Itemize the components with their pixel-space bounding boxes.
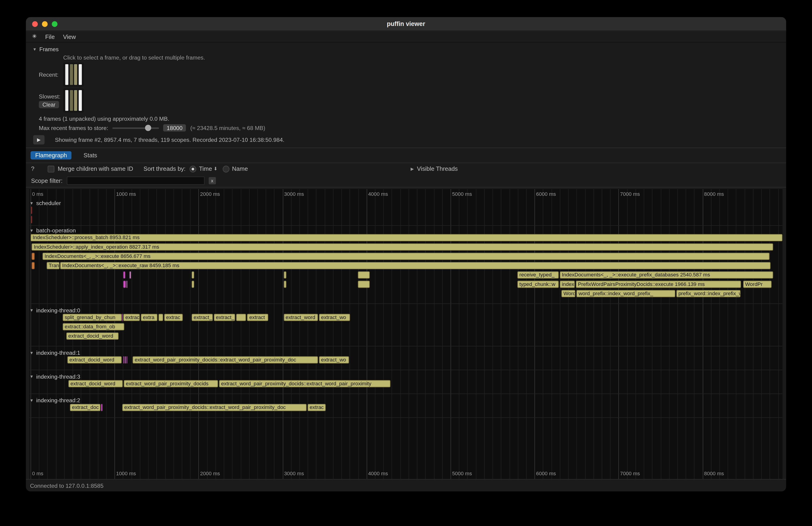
flame-bar[interactable]: extract_docid_word xyxy=(68,356,122,363)
menu-item-file[interactable]: File xyxy=(45,33,55,40)
thread-header[interactable]: ▼indexing-thread:0 xyxy=(29,307,782,314)
flame-bar[interactable]: extra xyxy=(141,314,157,321)
flame-bar[interactable]: extract::data_from_ob xyxy=(62,323,124,330)
flame-bar[interactable]: index xyxy=(560,281,575,288)
play-button[interactable]: ▶ xyxy=(33,135,44,144)
flame-bar[interactable]: Word xyxy=(562,290,576,297)
flame-bar[interactable]: extract_word xyxy=(284,314,318,321)
flame-bar[interactable]: word_prefix::index_word_prefix_ xyxy=(577,290,675,297)
flame-bar[interactable]: extract_word_pair_proximity_docids::extr… xyxy=(219,380,390,387)
flame-bar[interactable] xyxy=(125,356,126,363)
tab-stats[interactable]: Stats xyxy=(79,151,102,160)
flame-bar[interactable]: IndexScheduler>::apply_index_operation 8… xyxy=(32,243,773,250)
flame-bar[interactable] xyxy=(31,216,32,223)
zoom-window-button[interactable] xyxy=(52,21,57,27)
flame-bar[interactable] xyxy=(123,356,125,363)
time-axis-top: 0 ms1000 ms2000 ms3000 ms4000 ms5000 ms6… xyxy=(29,191,782,198)
flame-bar[interactable] xyxy=(130,271,131,279)
flame-bar[interactable] xyxy=(284,271,287,279)
flame-bar[interactable]: extract_ xyxy=(192,314,213,321)
flame-bar[interactable] xyxy=(284,281,287,288)
frame-bar[interactable] xyxy=(66,64,68,85)
thread-header[interactable]: ▼indexing-thread:3 xyxy=(29,373,782,380)
close-window-button[interactable] xyxy=(32,21,38,27)
thread-header[interactable]: ▼indexing-thread:1 xyxy=(29,349,782,356)
slowest-frames-thumbnail[interactable] xyxy=(63,88,84,112)
thread-header[interactable]: ▼scheduler xyxy=(29,199,782,206)
flame-bar[interactable]: extract_word_pair_proximity_docids::extr… xyxy=(133,356,318,363)
flame-bar[interactable]: IndexDocuments<_, _>::execute_prefix_dat… xyxy=(560,271,773,279)
flame-bar[interactable]: IndexScheduler>::process_batch 8953.821 … xyxy=(31,234,783,241)
tab-flamegraph[interactable]: Flamegraph xyxy=(31,151,72,160)
flame-bar[interactable]: extract_wo xyxy=(319,314,350,321)
flame-bar[interactable] xyxy=(192,271,194,279)
frame-bar[interactable] xyxy=(78,64,82,85)
recent-frames-thumbnail[interactable] xyxy=(63,62,84,86)
flame-bar[interactable]: extract_docid_word xyxy=(66,333,119,340)
flame-bar[interactable] xyxy=(236,314,246,321)
minimize-window-button[interactable] xyxy=(42,21,48,27)
flame-bar[interactable]: prefix_word::index_prefix_wo xyxy=(676,290,741,297)
clear-button[interactable]: Clear xyxy=(39,101,59,108)
sort-name-radio[interactable] xyxy=(223,165,229,172)
visible-threads-header[interactable]: ▶ Visible Threads xyxy=(411,166,458,172)
scope-filter-input[interactable] xyxy=(67,177,204,185)
frame-bar[interactable] xyxy=(78,90,82,111)
flame-row: extract::data_from_ob xyxy=(29,323,782,330)
frame-bar[interactable] xyxy=(70,90,73,111)
flame-bar[interactable]: split_grenad_by_chun xyxy=(62,314,122,321)
flame-bar[interactable]: PrefixWordPairsProximityDocids::execute … xyxy=(576,281,741,288)
flame-bar[interactable]: WordPr xyxy=(743,281,771,288)
flame-bar[interactable] xyxy=(101,404,102,411)
flamegraph-canvas[interactable]: 0 ms1000 ms2000 ms3000 ms4000 ms5000 ms6… xyxy=(29,189,782,479)
flame-bar[interactable]: extrac xyxy=(307,404,325,411)
frame-bar[interactable] xyxy=(66,90,68,111)
sort-direction-icon[interactable]: ⬇ xyxy=(214,166,218,171)
flame-bar[interactable]: extract xyxy=(247,314,268,321)
flame-bar[interactable] xyxy=(126,281,127,288)
flame-bar[interactable]: extract_word_pair_proximity_docids::extr… xyxy=(122,404,306,411)
flame-bar[interactable]: extract_word_pair_proximity_docids xyxy=(124,380,218,387)
flame-bar[interactable] xyxy=(159,314,163,321)
theme-toggle-icon[interactable]: ✳ xyxy=(32,33,37,40)
time-tick-label: 7000 ms xyxy=(620,191,640,197)
flame-bar[interactable]: extract_wo xyxy=(319,356,349,363)
flame-bar[interactable]: extract xyxy=(123,314,140,321)
help-button[interactable]: ? xyxy=(31,166,34,172)
frames-section-header[interactable]: ▼ Frames xyxy=(33,46,786,53)
frame-bar[interactable] xyxy=(74,90,77,111)
max-frames-slider[interactable] xyxy=(112,125,159,131)
slider-knob[interactable] xyxy=(145,125,151,131)
clear-filter-button[interactable]: x xyxy=(208,177,216,184)
flame-bar[interactable]: extrac xyxy=(164,314,183,321)
flame-bar[interactable] xyxy=(192,281,194,288)
flame-bar[interactable] xyxy=(122,314,123,321)
flame-bar[interactable] xyxy=(31,207,32,214)
collapse-down-icon: ▼ xyxy=(29,350,33,355)
flame-bar[interactable]: Trans xyxy=(47,262,60,269)
thread-header[interactable]: ▼indexing-thread:2 xyxy=(29,397,782,404)
sort-time-radio[interactable] xyxy=(190,165,197,172)
flame-bar[interactable]: IndexDocuments<_, _>::execute_raw 8459.1… xyxy=(60,262,770,269)
max-frames-value[interactable]: 18000 xyxy=(163,124,186,131)
max-frames-note: (≈ 23428.5 minutes, ≈ 68 MB) xyxy=(190,125,265,131)
flame-bar[interactable]: IndexDocuments<_, _>::execute 8656.677 m… xyxy=(42,253,770,260)
flame-bar[interactable] xyxy=(123,271,125,279)
flame-bar[interactable]: receive_typed_ xyxy=(517,271,559,279)
flame-bar[interactable] xyxy=(358,281,370,288)
max-frames-row: Max recent frames to store: 18000 (≈ 234… xyxy=(39,124,786,131)
flame-bar[interactable]: typed_chunk::w xyxy=(517,281,559,288)
flame-bar[interactable]: extract_ xyxy=(214,314,235,321)
menu-item-view[interactable]: View xyxy=(63,33,76,40)
flame-bar[interactable]: extract_docid_word xyxy=(68,380,123,387)
flame-bar[interactable] xyxy=(123,281,126,288)
flame-bar[interactable] xyxy=(31,262,34,269)
merge-children-checkbox[interactable] xyxy=(48,165,55,172)
flame-bar[interactable] xyxy=(126,356,127,363)
flame-bar[interactable]: extract_doc xyxy=(70,404,101,411)
frame-bar[interactable] xyxy=(70,64,73,85)
frame-bar[interactable] xyxy=(74,64,77,85)
flame-bar[interactable] xyxy=(31,253,34,260)
thread-header[interactable]: ▼batch-operation xyxy=(29,227,782,234)
flame-bar[interactable] xyxy=(358,271,370,279)
